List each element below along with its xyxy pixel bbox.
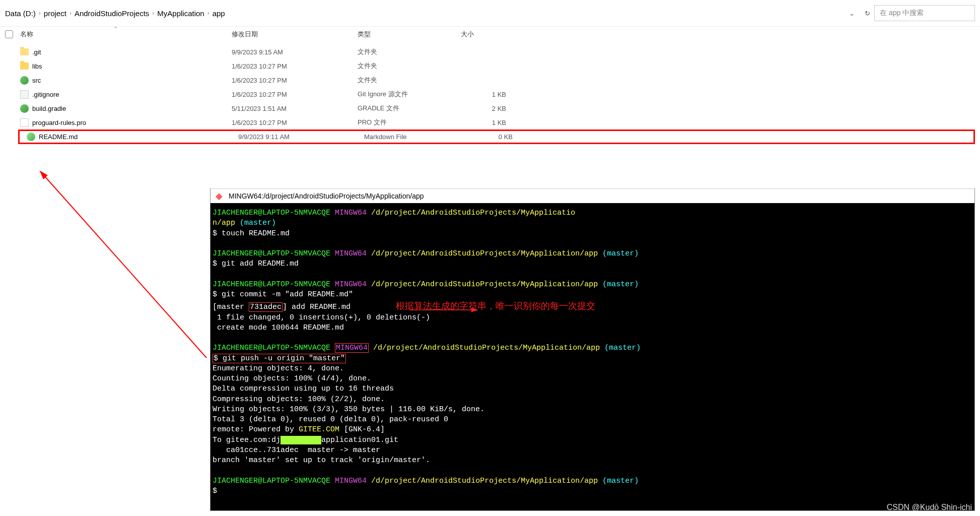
gitignore-icon	[20, 90, 29, 99]
terminal-content[interactable]: JIACHENGER@LAPTOP-5NMVACQE MINGW64 /d/pr…	[211, 203, 974, 501]
file-row[interactable]: src1/6/2023 10:27 PM文件夹	[0, 73, 980, 87]
file-date: 1/6/2023 10:27 PM	[232, 62, 358, 70]
search-input[interactable]: 在 app 中搜索	[874, 5, 975, 21]
src-icon	[20, 76, 29, 85]
column-name[interactable]: 名称	[20, 30, 232, 39]
terminal-window: MINGW64:/d/project/AndroidStudioProjects…	[210, 188, 975, 511]
file-type: 文件夹	[358, 76, 461, 85]
breadcrumb-item[interactable]: project	[44, 9, 66, 18]
breadcrumb[interactable]: Data (D:)› project› AndroidStudioProject…	[5, 9, 849, 18]
file-date: 1/6/2023 10:27 PM	[232, 91, 358, 98]
file-row[interactable]: proguard-rules.pro1/6/2023 10:27 PMPRO 文…	[0, 115, 980, 130]
column-date[interactable]: 修改日期	[232, 30, 358, 39]
file-name: src	[32, 77, 232, 84]
sort-indicator-icon: ⌃	[113, 26, 118, 32]
file-date: 1/6/2023 10:27 PM	[232, 119, 358, 126]
file-row[interactable]: build.gradle5/11/2023 1:51 AMGRADLE 文件2 …	[0, 101, 980, 115]
file-name: .git	[32, 48, 232, 56]
breadcrumb-item[interactable]: MyApplication	[157, 9, 204, 18]
file-type: 文件夹	[358, 61, 461, 71]
header-actions: ⌄ ↻	[849, 10, 870, 17]
chevron-right-icon: ›	[152, 10, 154, 17]
file-type: GRADLE 文件	[358, 104, 461, 113]
file-name: libs	[32, 62, 232, 70]
chevron-right-icon: ›	[207, 10, 209, 17]
select-all-checkbox[interactable]	[5, 30, 13, 38]
watermark: CSDN @Kudō Shin-ichi	[887, 503, 972, 512]
column-size[interactable]: 大小	[461, 30, 511, 39]
chevron-down-icon[interactable]: ⌄	[849, 10, 855, 17]
file-date: 9/9/2023 9:15 AM	[232, 48, 358, 56]
refresh-icon[interactable]: ↻	[865, 10, 870, 17]
annotation-arrow	[35, 166, 217, 363]
file-size: 2 KB	[461, 105, 511, 112]
file-row[interactable]: README.md9/9/2023 9:11 AMMarkdown File0 …	[18, 130, 975, 144]
file-row[interactable]: libs1/6/2023 10:27 PM文件夹	[0, 59, 980, 73]
file-date: 5/11/2023 1:51 AM	[232, 105, 358, 112]
file-date: 9/9/2023 9:11 AM	[238, 133, 364, 141]
file-type: 文件夹	[358, 47, 461, 56]
file-name: build.gradle	[32, 105, 232, 112]
terminal-title: MINGW64:/d/project/AndroidStudioProjects…	[229, 192, 424, 200]
git-bash-icon	[216, 191, 225, 201]
gradle-icon	[20, 104, 29, 113]
file-size: 1 KB	[461, 91, 511, 98]
chevron-right-icon: ›	[39, 10, 41, 17]
file-name: README.md	[39, 133, 238, 141]
breadcrumb-item[interactable]: Data (D:)	[5, 9, 36, 18]
explorer-header: Data (D:)› project› AndroidStudioProject…	[0, 0, 980, 27]
terminal-title-bar[interactable]: MINGW64:/d/project/AndroidStudioProjects…	[211, 188, 974, 203]
column-type[interactable]: 类型	[358, 30, 461, 39]
column-headers: ⌃ 名称 修改日期 类型 大小	[0, 27, 980, 44]
file-row[interactable]: .gitignore1/6/2023 10:27 PMGit Ignore 源文…	[0, 87, 980, 101]
breadcrumb-item[interactable]: app	[213, 9, 225, 18]
file-date: 1/6/2023 10:27 PM	[232, 77, 358, 84]
folder-hidden-icon	[20, 48, 29, 55]
file-type: Markdown File	[364, 133, 467, 141]
folder-icon	[20, 62, 29, 70]
file-size: 1 KB	[461, 119, 511, 126]
file-name: proguard-rules.pro	[32, 119, 232, 126]
file-name: .gitignore	[32, 91, 232, 98]
breadcrumb-item[interactable]: AndroidStudioProjects	[75, 9, 149, 18]
file-row[interactable]: .git9/9/2023 9:15 AM文件夹	[0, 45, 980, 59]
chevron-right-icon: ›	[69, 10, 72, 17]
file-list: .git9/9/2023 9:15 AM文件夹libs1/6/2023 10:2…	[0, 44, 980, 145]
md-icon	[27, 133, 35, 141]
file-type: Git Ignore 源文件	[358, 90, 461, 99]
svg-line-0	[40, 171, 206, 358]
file-size: 0 KB	[467, 133, 518, 141]
pro-icon	[20, 118, 29, 127]
file-type: PRO 文件	[358, 118, 461, 127]
